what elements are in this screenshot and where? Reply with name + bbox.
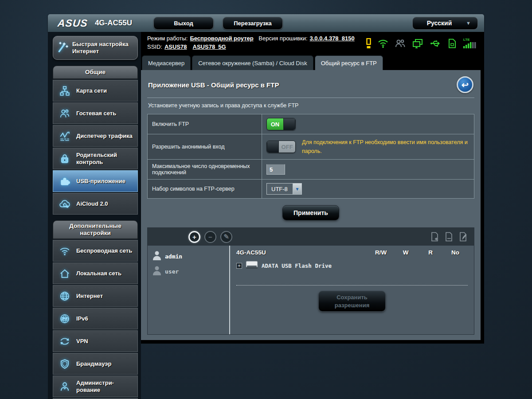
asus-logo: ASUS bbox=[57, 17, 89, 29]
charset-selected-value: UTF-8 bbox=[267, 184, 293, 194]
sidebar-item-label: Гостевая сеть bbox=[76, 110, 116, 117]
admin-person-icon bbox=[53, 381, 76, 392]
vpn-arrows-icon bbox=[53, 336, 76, 347]
warning-icon[interactable] bbox=[366, 38, 372, 49]
sidebar-item-parental-control[interactable]: Родительский контроль bbox=[53, 148, 138, 169]
firmware-version-link[interactable]: 3.0.0.4.378_8150 bbox=[310, 35, 355, 42]
sidebar-item-administration[interactable]: Администри- рование bbox=[53, 376, 138, 397]
user-row-admin[interactable]: admin bbox=[150, 249, 227, 263]
clients-icon[interactable] bbox=[395, 38, 406, 49]
table-row: Разрешить анонимный вход OFF Для подключ… bbox=[148, 134, 474, 160]
model-name: 4G-AC55U bbox=[95, 19, 132, 27]
language-value: Русский bbox=[413, 20, 466, 27]
usb-drive-label[interactable]: ADATA USB Flash Drive bbox=[262, 262, 332, 269]
charset-select[interactable]: UTF-8 ▼ bbox=[266, 183, 302, 195]
sidebar-item-label: Карта сети bbox=[76, 87, 107, 94]
sidebar-item-guest-network[interactable]: Гостевая сеть bbox=[53, 102, 138, 124]
lte-signal-icon[interactable]: LTE bbox=[463, 37, 476, 49]
page-description: Установите учетную запись и права доступ… bbox=[147, 98, 474, 114]
toggle-knob bbox=[283, 118, 295, 130]
logout-button[interactable]: Выход bbox=[153, 17, 214, 30]
chevron-down-icon: ▼ bbox=[293, 184, 301, 194]
sidebar-item-traffic-manager[interactable]: Диспетчер трафика bbox=[53, 125, 138, 147]
divider bbox=[236, 285, 468, 286]
user-list: admin user bbox=[148, 246, 230, 334]
perm-header-rw: R/W bbox=[368, 249, 393, 256]
user-name: admin bbox=[165, 253, 182, 260]
sidebar-item-vpn[interactable]: VPN bbox=[53, 330, 138, 352]
usb-icon[interactable] bbox=[429, 38, 442, 49]
anonymous-login-toggle[interactable]: OFF bbox=[266, 141, 296, 153]
save-permissions-label-line1: Сохранить bbox=[322, 293, 382, 301]
language-select[interactable]: Русский ▼ bbox=[412, 17, 478, 30]
share-permissions: 4G-AC55U R/W W R No + bbox=[230, 246, 474, 334]
edit-file-icon[interactable] bbox=[459, 231, 468, 242]
sidebar-item-label: Администри- рование bbox=[76, 379, 137, 393]
enable-ftp-toggle[interactable]: ON bbox=[266, 118, 296, 130]
router-admin-app: ASUS 4G-AC55U Выход Перезагрузка Русский… bbox=[48, 14, 484, 399]
status-icon-bar: LTE bbox=[366, 37, 476, 49]
sidebar-item-label: Интернет bbox=[76, 293, 103, 300]
perm-header-r: R bbox=[418, 249, 443, 256]
device-name: 4G-AC55U bbox=[236, 249, 368, 256]
perm-header-no: No bbox=[443, 249, 468, 256]
save-permissions-button[interactable]: Сохранить разрешения bbox=[318, 291, 386, 312]
tab-media-server[interactable]: Медиасервер bbox=[142, 55, 191, 70]
add-folder-icon[interactable] bbox=[430, 231, 439, 242]
back-arrow-icon: ↩ bbox=[462, 80, 469, 90]
user-row-user[interactable]: user bbox=[150, 264, 227, 278]
wifi-status-icon[interactable] bbox=[377, 38, 389, 49]
sidebar-item-firewall[interactable]: Брандмауэр bbox=[53, 353, 138, 375]
sidebar-item-label: Локальная сеть bbox=[76, 270, 121, 277]
page-title: Приложение USB - Общий ресурс в FTP bbox=[148, 81, 279, 89]
accounts-panel: + − ✎ bbox=[147, 227, 474, 335]
svg-text:LTE: LTE bbox=[463, 38, 470, 42]
sidebar-item-aicloud[interactable]: AiCloud 2.0 bbox=[53, 193, 138, 215]
tab-samba-cloud-disk[interactable]: Сетевое окружение (Samba) / Cloud Disk bbox=[192, 55, 313, 70]
sidebar-item-lan[interactable]: Локальная сеть bbox=[53, 262, 138, 284]
operation-mode-link[interactable]: Беспроводной роутер bbox=[190, 35, 253, 42]
reboot-button[interactable]: Перезагрузка bbox=[223, 17, 283, 30]
sidebar-item-label: Быстрая настройка Интернет bbox=[72, 41, 135, 55]
traffic-manager-icon bbox=[53, 130, 76, 142]
ssid-5g-link[interactable]: ASUS78_5G bbox=[193, 43, 226, 50]
sidebar-group-general: Общие Карта сети bbox=[53, 66, 138, 215]
delete-account-button[interactable]: − bbox=[204, 231, 216, 243]
wifi-icon bbox=[53, 245, 76, 257]
tree-expand-button[interactable]: + bbox=[236, 263, 242, 269]
sidebar-item-label: Родительский контроль bbox=[76, 152, 137, 165]
edit-account-button[interactable]: ✎ bbox=[220, 231, 232, 243]
chevron-down-icon: ▼ bbox=[466, 20, 477, 26]
sidebar-item-label: Диспетчер трафика bbox=[76, 133, 133, 140]
home-icon bbox=[53, 268, 76, 279]
sidebar-item-network-map[interactable]: Карта сети bbox=[53, 80, 138, 102]
sidebar-item-usb-application[interactable]: USB-приложение bbox=[53, 170, 138, 192]
tab-ftp-share[interactable]: Общий ресурс в FTP bbox=[315, 55, 383, 70]
sidebar-item-quick-setup[interactable]: Быстрая настройка Интернет bbox=[53, 36, 138, 60]
toggle-knob bbox=[267, 141, 279, 153]
ssid-24g-link[interactable]: ASUS78 bbox=[164, 43, 187, 50]
sidebar-item-label: Беспроводная сеть bbox=[76, 247, 132, 254]
sidebar-item-label: AiCloud 2.0 bbox=[76, 200, 108, 207]
sim-card-icon[interactable] bbox=[447, 38, 457, 49]
guest-network-icon bbox=[53, 108, 76, 119]
apply-button[interactable]: Применить bbox=[282, 205, 339, 220]
sidebar-item-wireless[interactable]: Беспроводная сеть bbox=[53, 240, 138, 262]
sidebar-item-ipv6[interactable]: IPv6 IPv6 bbox=[53, 308, 138, 329]
puzzle-icon bbox=[53, 176, 76, 187]
add-account-button[interactable]: + bbox=[188, 231, 200, 243]
sidebar: Быстрая настройка Интернет Общие Карта с… bbox=[48, 32, 141, 399]
anonymous-login-note: Для подключения к FTP необходимо ввести … bbox=[302, 138, 469, 156]
max-connections-input[interactable] bbox=[266, 164, 285, 175]
file-icon[interactable] bbox=[445, 231, 454, 242]
table-row: Включить FTP ON bbox=[148, 114, 474, 134]
back-button[interactable]: ↩ bbox=[457, 76, 473, 93]
network-clients-icon[interactable] bbox=[412, 38, 423, 49]
tree-row-usb-drive: + ADATA USB Flash Drive bbox=[236, 259, 468, 272]
toggle-off-label: OFF bbox=[279, 141, 295, 153]
sidebar-item-wan[interactable]: Интернет bbox=[53, 285, 138, 307]
cloud-home-icon bbox=[53, 198, 76, 210]
sidebar-item-label: Брандмауэр bbox=[76, 360, 111, 368]
shield-icon bbox=[53, 358, 76, 370]
perm-header-w: W bbox=[393, 249, 418, 256]
